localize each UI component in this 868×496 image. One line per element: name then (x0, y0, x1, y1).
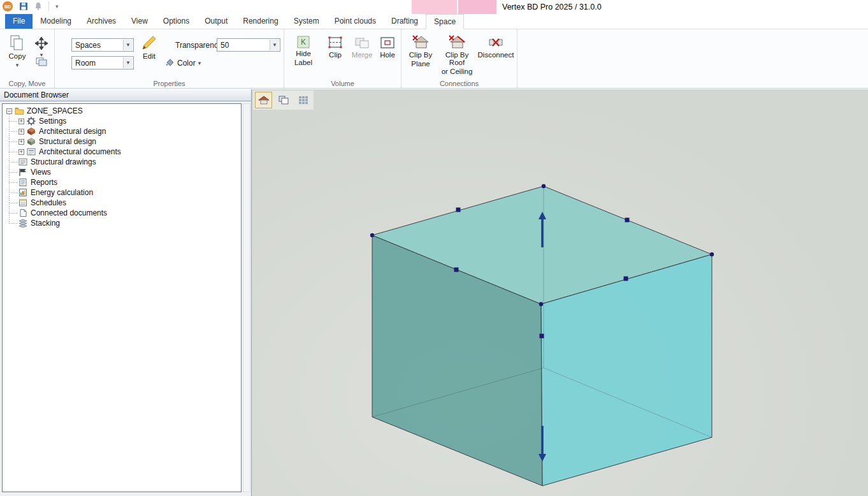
clip-by-plane-line2: Plane (411, 60, 430, 68)
disconnect-button[interactable]: Disconnect (477, 34, 515, 59)
tree-item-architectural-design[interactable]: +Architectural design (3, 126, 241, 136)
hide-label-line1: Hide (296, 50, 311, 57)
app-logo-icon[interactable]: BD (3, 1, 13, 11)
gear-icon (27, 117, 36, 126)
chevron-down-icon[interactable]: ▼ (123, 57, 133, 68)
transparency-dropdown-value: 50 (221, 41, 229, 50)
chevron-down-icon[interactable]: ▼ (270, 40, 279, 50)
cascade-windows-button[interactable] (275, 92, 292, 108)
tab-system[interactable]: System (286, 14, 327, 29)
tab-output[interactable]: Output (197, 14, 235, 29)
tab-modeling[interactable]: Modeling (33, 14, 79, 29)
copy-button[interactable]: Copy ▾ (4, 34, 31, 69)
cascade-windows-icon (278, 96, 289, 105)
document-tree: −ZONE_SPACES+Settings+Architectural desi… (2, 103, 242, 492)
qat-customize-caret-icon[interactable]: ▾ (55, 3, 59, 10)
tree-expander-icon[interactable]: + (18, 129, 24, 135)
tree-item-zone-spaces[interactable]: −ZONE_SPACES (3, 106, 241, 116)
tab-point-clouds[interactable]: Point clouds (327, 14, 384, 29)
clip-by-plane-button[interactable]: Clip By Plane (404, 34, 437, 68)
save-icon[interactable] (19, 2, 28, 11)
tree-item-settings[interactable]: +Settings (3, 116, 241, 126)
move-icon (35, 37, 48, 50)
tree-item-views[interactable]: Views (3, 167, 241, 177)
views-icon (18, 168, 28, 177)
transparency-dropdown[interactable]: 50 ▼ (217, 38, 280, 52)
ribbon: Copy ▾ ▾ Copy, Move Spaces ▼ Room ▼ (0, 29, 868, 89)
hole-button[interactable]: Hole (376, 36, 399, 59)
tree-item-structural-design[interactable]: +Structural design (3, 136, 241, 147)
tree-children: +Settings+Architectural design+Structura… (3, 116, 241, 228)
clip-by-roof-line2: or Ceiling (442, 68, 473, 75)
color-bucket-icon (164, 59, 175, 68)
tree-item-label: Architectural documents (39, 147, 121, 156)
tab-archives[interactable]: Archives (79, 14, 124, 29)
edit-button[interactable]: Edit (135, 34, 163, 60)
vertex-handle (539, 302, 543, 306)
tab-rendering[interactable]: Rendering (235, 14, 286, 29)
tree-expander-icon[interactable]: + (18, 139, 24, 145)
vertex-bd-window: BD ▾ Vertex BD Pro 2025 / 31.0.0 FileMod… (0, 0, 868, 496)
color-button-label: Color (177, 59, 196, 68)
clip-by-roof-or-ceiling-button[interactable]: Clip By Roof or Ceiling (437, 34, 477, 75)
tree-expander-icon[interactable]: + (18, 119, 24, 124)
clip-button-label: Clip (329, 51, 342, 59)
color-button[interactable]: Color ▾ (164, 59, 201, 68)
merge-button[interactable]: Merge (349, 36, 375, 59)
tree-item-energy-calculation[interactable]: Energy calculation (3, 187, 241, 198)
model-viewport[interactable] (251, 89, 868, 496)
tree-item-structural-drawings[interactable]: Structural drawings (3, 157, 241, 167)
tab-view[interactable]: View (124, 14, 156, 29)
tree-item-label: Energy calculation (31, 188, 93, 197)
tab-options[interactable]: Options (156, 14, 197, 29)
chevron-down-icon[interactable]: ▼ (123, 40, 133, 50)
disconnect-button-label: Disconnect (478, 51, 514, 59)
tile-windows-button[interactable] (294, 92, 312, 108)
tab-drafting[interactable]: Drafting (384, 14, 426, 29)
clip-button[interactable]: Clip (324, 36, 347, 59)
bell-icon[interactable] (34, 2, 42, 11)
tree-expander-icon[interactable]: − (6, 108, 12, 114)
vertex-handle (370, 233, 374, 237)
energy-icon (18, 188, 28, 197)
tree-item-label: Schedules (31, 198, 66, 207)
group-label-volume: Volume (284, 80, 401, 87)
hole-button-label: Hole (380, 51, 395, 59)
tree-item-schedules[interactable]: Schedules (3, 198, 241, 208)
floor-plan-view-button[interactable] (255, 92, 272, 108)
tab-file[interactable]: File (5, 14, 33, 29)
tree-item-connected-documents[interactable]: Connected documents (3, 208, 241, 218)
edit-icon (141, 34, 157, 51)
vertex-handle (710, 252, 714, 256)
room-dropdown-value: Room (75, 59, 96, 68)
tree-item-stacking[interactable]: Stacking (3, 218, 241, 228)
tree-item-label: Structural drawings (31, 157, 96, 166)
clip-by-plane-icon (412, 34, 430, 50)
clip-icon (328, 36, 343, 50)
tree-item-label: Connected documents (31, 208, 107, 217)
clip-by-plane-line1: Clip By (409, 51, 432, 59)
ribbon-group-copy-move: Copy ▾ ▾ Copy, Move (0, 29, 55, 88)
schedules-icon (18, 198, 28, 207)
ribbon-group-connections: Clip By Plane Clip By Roof or Ceiling Di… (401, 29, 517, 88)
tree-item-label: Settings (39, 117, 66, 126)
tree-item-reports[interactable]: Reports (3, 177, 241, 187)
group-label-copy-move: Copy, Move (0, 80, 54, 87)
space-volume-3d[interactable] (252, 89, 868, 496)
room-dropdown[interactable]: Room ▼ (71, 56, 134, 69)
tab-space[interactable]: Space (426, 14, 464, 29)
viewport-toolbar (253, 91, 314, 110)
transparency-label: Transparency (175, 41, 222, 50)
space-type-dropdown[interactable]: Spaces ▼ (71, 38, 134, 52)
edge-handle (454, 268, 459, 272)
arch-docs-icon (27, 147, 36, 156)
merge-button-label: Merge (352, 51, 373, 59)
tree-scrollbar[interactable] (243, 103, 250, 492)
clip-by-roof-line1: Clip By Roof (437, 51, 477, 66)
contextual-tab-highlight-drafting (412, 0, 457, 14)
move-button[interactable]: ▾ (32, 37, 51, 59)
copy-option-button[interactable] (32, 57, 51, 66)
tree-item-architectural-documents[interactable]: +Architectural documents (3, 147, 241, 157)
hide-label-button[interactable]: K Hide Label (288, 36, 319, 66)
tree-expander-icon[interactable]: + (18, 149, 24, 155)
